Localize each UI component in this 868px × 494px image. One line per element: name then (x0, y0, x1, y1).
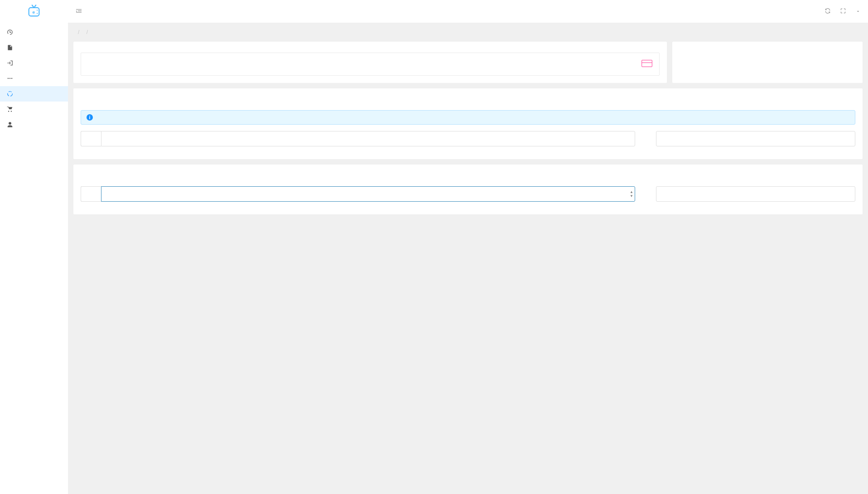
spinner-icon (6, 91, 14, 97)
tips-card (672, 42, 863, 83)
spinner-icon[interactable]: ▲▼ (630, 190, 633, 198)
credit-card-icon (641, 58, 653, 71)
svg-text:e: e (32, 10, 35, 15)
renew-months-input[interactable] (101, 131, 635, 146)
share-icon (6, 60, 14, 66)
logo[interactable]: e (0, 0, 68, 23)
cart-icon (6, 106, 14, 112)
dashboard-icon (6, 29, 14, 35)
nav-item-files[interactable] (0, 40, 68, 55)
recharge-card: ▲▼ (73, 165, 863, 214)
logo-icon: e (26, 3, 42, 20)
nav-item-renew[interactable] (0, 86, 68, 102)
svg-rect-10 (642, 60, 652, 67)
more-dropdown-icon[interactable] (855, 8, 861, 15)
sidebar: e (0, 0, 68, 494)
renew-card: i (73, 88, 863, 159)
balance-box (81, 53, 660, 76)
svg-point-8 (11, 78, 12, 79)
fullscreen-icon[interactable] (840, 8, 846, 15)
user-info-card (73, 42, 667, 83)
recharge-input-label (81, 186, 101, 202)
recharge-title (73, 165, 863, 174)
refresh-icon[interactable] (825, 8, 831, 15)
svg-point-6 (8, 78, 9, 79)
svg-point-5 (37, 13, 38, 14)
tips-title (672, 42, 863, 53)
nav-item-dashboard[interactable] (0, 24, 68, 40)
info-icon: i (87, 114, 93, 121)
nav-item-team[interactable] (0, 71, 68, 86)
breadcrumb: / / (73, 23, 863, 42)
user-info-title (73, 42, 667, 53)
ellipsis-icon (6, 75, 14, 82)
nav-item-shop[interactable] (0, 102, 68, 117)
nav (0, 23, 68, 494)
collapse-sidebar-icon[interactable] (75, 7, 82, 16)
svg-point-4 (37, 10, 38, 10)
recharge-amount-input[interactable] (101, 186, 635, 202)
user-icon (6, 121, 14, 128)
renew-button[interactable] (656, 131, 855, 146)
recharge-button[interactable] (656, 186, 855, 202)
nav-item-square[interactable] (0, 55, 68, 71)
renew-title (73, 88, 863, 97)
renew-alert: i (81, 110, 855, 125)
svg-point-7 (10, 78, 10, 79)
svg-point-9 (8, 92, 13, 97)
topbar (68, 0, 868, 23)
nav-item-settings[interactable] (0, 117, 68, 132)
file-icon (6, 44, 14, 51)
renew-input-label (81, 131, 101, 146)
